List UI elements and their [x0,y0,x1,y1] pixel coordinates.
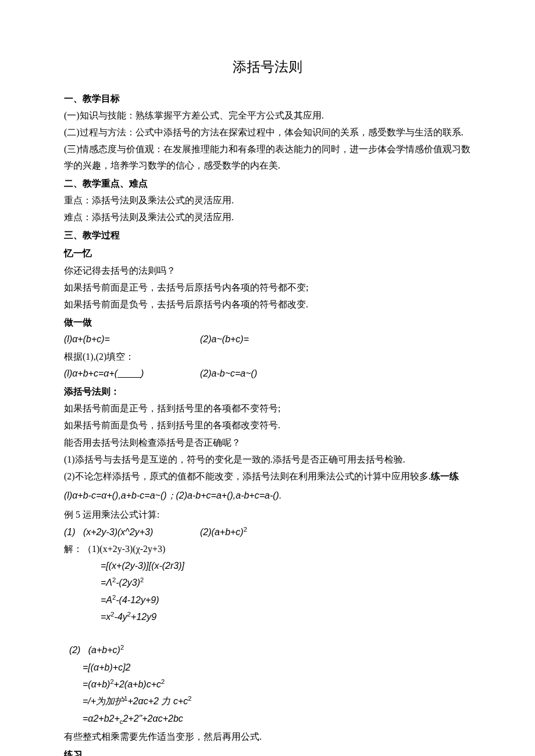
ex5-row1: (1) (x+2y-3)(x^2y+3) (2)(a+b+c)2 [64,524,471,540]
sub-recall: 忆一忆 [64,245,471,261]
sol2-line3: =/+为加护1+2αc+2 力 c+c2 [64,693,471,710]
s1-p1: (一)知识与技能：熟练掌握平方差公式、完全平方公式及其应用. [64,108,471,123]
eq-row-2: (l)α+b+c=α+( ) (2)a-b~c=a~() [64,366,471,381]
s3-p1: 你还记得去括号的法则吗？ [64,263,471,278]
s3-p2: 如果括号前面是正号，去括号后原括号内各项的符号都不变; [64,280,471,295]
ex5-1a: (1) (x+2y-3)(x^2y+3) [64,524,198,540]
s2-p1: 重点：添括号法则及乘法公式的灵活应用. [64,192,471,208]
eq-row-1: (l)α+(b+c)= (2)a~(b+c)= [64,331,471,347]
eq2b: (2)a-b~c=a~() [200,368,257,378]
s3-p7: 能否用去括号法则检查添括号是否正确呢？ [64,435,471,450]
s3-p9a: (2)不论怎样添括号，原式的值都不能改变，添括号法则在利用乘法公式的计算中应用较… [64,471,431,481]
s1-p2: (二)过程与方法：公式中添括号的方法在探索过程中，体会知识间的关系，感受数学与生… [64,124,471,140]
solution-line3: =A2-(4-12y+9) [64,592,471,608]
section1-heading: 一、教学目标 [64,91,471,106]
eq2a: (l)α+b+c=α+( [64,368,117,378]
sol2-line4: =α2+b2+c2+2"+2αc+2bc [64,711,471,728]
sub-practice: 练一练 [431,471,459,481]
blank [117,368,141,378]
s3-p8: (1)添括号与去括号是互逆的，符号的变化是一致的.添括号是否正确可用去括号检验. [64,452,471,467]
s2-p2: 难点：添括号法则及乘法公式的灵活应用. [64,209,471,225]
eq1a: (l)α+(b+c)= [64,331,198,347]
solution-line0: 解：（1)(x+2y-3)(χ-2y+3) [64,541,471,557]
example5: 例 5 运用乘法公式计算: [64,507,471,522]
s3-p9: (2)不论怎样添括号，原式的值都不能改变，添括号法则在利用乘法公式的计算中应用较… [64,468,471,484]
sub-exercise: 练习 [64,747,471,756]
section3-heading: 三、教学过程 [64,227,471,243]
ex5-2: (2) (a+b+c)2 [64,626,471,658]
sol2-line1: =[(α+b)+c]2 [64,660,471,675]
s3-p3: 如果括号前面是负号，去括号后原括号内各项的符号都改变. [64,296,471,312]
eq2a-wrap: (l)α+b+c=α+( ) [64,366,198,381]
solution-line2: =Λ2-(2y3)2 [64,575,471,591]
eq3: (l)α+b-c=α+(),a+b-c=a~()；(2)a-b+c=a+(),a… [64,488,471,503]
s1-p3: (三)情感态度与价值观：在发展推理能力和有条理的表达能力的同时，进一步体会学情感… [64,141,471,173]
eq1b: (2)a~(b+c)= [200,334,249,344]
s3-p10: 有些整式相乘需要先作适当变形，然后再用公式. [64,729,471,744]
page-title: 添括号法则 [64,55,471,79]
sol2-line2: =(α+b)2+2(a+b)c+c2 [64,676,471,693]
eq2a-end: ) [141,368,144,378]
solution-line4: =x2-4y2+12y9 [64,609,471,625]
sub-rule: 添括号法则： [64,384,471,399]
section2-heading: 二、教学重点、难点 [64,175,471,191]
ex5-1b: (2)(a+b+c)2 [200,527,247,537]
s3-p4: 根据(1),(2)填空： [64,349,471,364]
s3-p5: 如果括号前面是正号，括到括号里的各项都不变符号; [64,400,471,416]
solution-line1: =[(x+(2y-3)][(x-(2r3)] [64,558,471,574]
s3-p6: 如果括号前面是负号，括到括号里的各项都改变符号. [64,417,471,433]
sub-do: 做一做 [64,314,471,330]
